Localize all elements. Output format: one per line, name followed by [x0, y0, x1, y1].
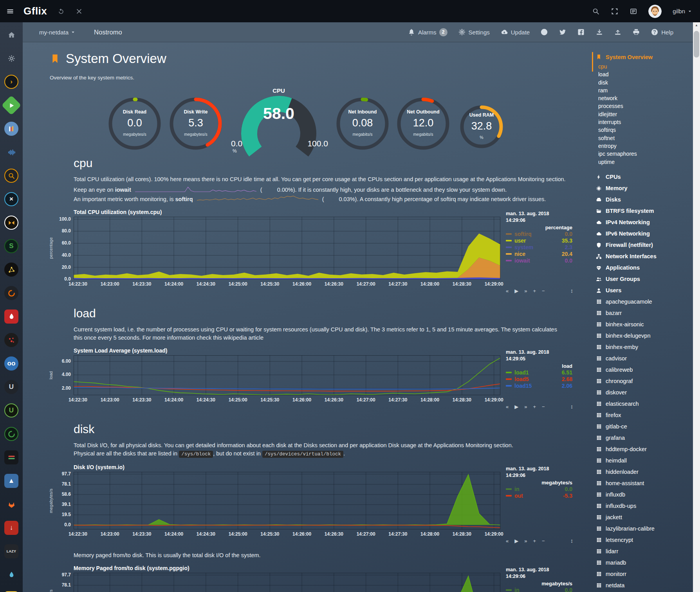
- gauge-net-outbound[interactable]: Net Outbound 12.0 megabits/s: [394, 94, 453, 153]
- dock-ubooquity[interactable]: U: [4, 403, 19, 418]
- chart-zoom-out-button[interactable]: −: [542, 404, 545, 409]
- menu-app-gitlab-ce[interactable]: gitlab-ce: [596, 421, 693, 432]
- menu-app-jackett[interactable]: jackett: [596, 512, 693, 523]
- menu-app-apacheguacamole[interactable]: apacheguacamole: [596, 296, 693, 308]
- legend-item-softirq[interactable]: softirq 0.0: [506, 230, 572, 237]
- settings-button[interactable]: Settings: [458, 28, 490, 36]
- menu-app-diskover[interactable]: diskover: [596, 387, 693, 398]
- dock-kitana[interactable]: ×: [4, 191, 19, 207]
- server-dropdown[interactable]: my-netdata: [39, 29, 75, 36]
- legend-item-load1[interactable]: load1 6.51: [506, 369, 572, 376]
- disk-io-chart[interactable]: Disk I/O (system.io) megabytes/s 97.778.…: [74, 464, 579, 540]
- menu-item-idlejitter[interactable]: idlejitter: [596, 110, 693, 118]
- chart-play-button[interactable]: ▶: [514, 538, 518, 543]
- chart-zoom-out-button[interactable]: −: [542, 288, 545, 293]
- search-icon[interactable]: [592, 7, 600, 15]
- scrollbar-thumb[interactable]: [694, 31, 699, 58]
- dock-lazylibrarian[interactable]: LAZY: [4, 543, 19, 559]
- menu-item-softnet[interactable]: softnet: [596, 134, 693, 142]
- menu-app-binhex-airsonic[interactable]: binhex-airsonic: [596, 319, 693, 330]
- gauge-cpu[interactable]: CPU 58.0 0.0 100.0 %: [228, 86, 330, 160]
- dock-organizr[interactable]: [4, 567, 19, 583]
- chart-backward-button[interactable]: «: [506, 404, 509, 409]
- page-scrollbar[interactable]: ▲: [693, 22, 700, 592]
- chart-zoom-out-button[interactable]: −: [542, 538, 545, 543]
- menu-section-user-groups[interactable]: User Groups: [596, 274, 693, 285]
- menu-item-uptime[interactable]: uptime: [596, 158, 693, 166]
- menu-section-cpus[interactable]: CPUs: [596, 171, 693, 183]
- load-chart[interactable]: System Load Average (system.load) load 2…: [74, 347, 579, 405]
- menu-item-ram[interactable]: ram: [596, 86, 693, 94]
- help-button[interactable]: Help: [651, 28, 673, 36]
- memory-paged-chart[interactable]: Memory Paged from/to disk (system.pgpgio…: [74, 565, 579, 592]
- menu-section-users[interactable]: Users: [596, 285, 693, 296]
- menu-section-ipv4-networking[interactable]: IPv4 Networking: [596, 217, 693, 228]
- update-button[interactable]: Update: [500, 28, 530, 36]
- menu-app-cadvisor[interactable]: cadvisor: [596, 353, 693, 364]
- dock-plex[interactable]: ›: [4, 74, 19, 90]
- scrollbar-up-arrow[interactable]: ▲: [693, 22, 700, 29]
- dock-sabnzbd[interactable]: sab: [4, 590, 19, 592]
- menu-app-home-assistant[interactable]: home-assistant: [596, 478, 693, 489]
- user-menu[interactable]: gilbn: [673, 8, 692, 14]
- import-icon[interactable]: [595, 28, 603, 36]
- refresh-icon[interactable]: [57, 7, 65, 15]
- menu-app-influxdb-ups[interactable]: influxdb-ups: [596, 500, 693, 512]
- chart-backward-button[interactable]: «: [506, 288, 509, 293]
- menu-item-softirqs[interactable]: softirqs: [596, 126, 693, 134]
- dock-app-s-green[interactable]: S: [4, 238, 19, 254]
- dock-monitorr[interactable]: [4, 450, 19, 465]
- dock-airsonic[interactable]: [4, 144, 19, 160]
- menu-app-hddtemp-docker[interactable]: hddtemp-docker: [596, 444, 693, 455]
- menu-app-monitorr[interactable]: monitorr: [596, 569, 693, 580]
- menu-app-hiddenloader[interactable]: hiddenloader: [596, 466, 693, 478]
- chart-resize-button[interactable]: ↕: [570, 538, 573, 543]
- legend-item-nice[interactable]: nice 20.4: [506, 250, 572, 257]
- legend-item-out[interactable]: out -5.3: [506, 492, 572, 499]
- menu-app-lazylibrarian-calibre[interactable]: lazylibrarian-calibre: [596, 523, 693, 534]
- dock-app-arrow-red[interactable]: ↓: [4, 520, 19, 536]
- menu-section-ipv6-networking[interactable]: IPv6 Networking: [596, 228, 693, 239]
- fullscreen-icon[interactable]: [611, 7, 619, 15]
- legend-item-load15[interactable]: load15 2.06: [506, 382, 572, 389]
- dock-app-pin-red[interactable]: [4, 309, 19, 324]
- menu-section-applications[interactable]: Applications: [596, 262, 693, 274]
- menu-app-elasticsearch[interactable]: elasticsearch: [596, 398, 693, 410]
- menu-app-binhex-delugevpn[interactable]: binhex-delugevpn: [596, 330, 693, 342]
- menu-app-lidarr[interactable]: lidarr: [596, 546, 693, 557]
- menu-section-network-interfaces[interactable]: Network Interfaces: [596, 251, 693, 262]
- chart-zoom-in-button[interactable]: +: [533, 404, 536, 409]
- menu-section-firewall-netfilter-[interactable]: Firewall (netfilter): [596, 239, 693, 251]
- dock-jackett[interactable]: [4, 168, 19, 184]
- menu-item-disk[interactable]: disk: [596, 79, 693, 86]
- print-icon[interactable]: [632, 28, 640, 36]
- dock-gitlab[interactable]: [4, 497, 19, 512]
- menu-app-mariadb[interactable]: mariadb: [596, 557, 693, 569]
- menu-item-entropy[interactable]: entropy: [596, 142, 693, 150]
- close-tab-icon[interactable]: [75, 7, 83, 15]
- menu-app-firefox[interactable]: firefox: [596, 410, 693, 421]
- menu-item-cpu[interactable]: cpu: [596, 63, 693, 70]
- dock-app-dots-red[interactable]: [4, 332, 19, 348]
- menu-app-netdata[interactable]: netdata: [596, 580, 693, 591]
- menu-section-disks[interactable]: Disks: [596, 194, 693, 205]
- avatar[interactable]: [648, 5, 662, 18]
- menu-item-network[interactable]: network: [596, 94, 693, 102]
- chart-forward-button[interactable]: »: [524, 404, 527, 409]
- legend-item-in[interactable]: in 0.0: [506, 486, 572, 492]
- chart-forward-button[interactable]: »: [524, 288, 527, 293]
- chart-backward-button[interactable]: «: [506, 538, 509, 543]
- menu-item-interrupts[interactable]: interrupts: [596, 118, 693, 126]
- chart-zoom-in-button[interactable]: +: [533, 538, 536, 543]
- menu-section-memory[interactable]: Memory: [596, 183, 693, 194]
- legend-item-iowait[interactable]: iowait 0.0: [506, 257, 572, 264]
- export-icon[interactable]: [614, 28, 622, 36]
- dock-home[interactable]: [4, 27, 19, 43]
- gauge-used-ram[interactable]: Used RAM 32.8 %: [452, 97, 511, 156]
- dock-diskover[interactable]: [4, 262, 19, 277]
- menu-item-ipc-semaphores[interactable]: ipc semaphores: [596, 150, 693, 158]
- legend-item-in[interactable]: in 0.0: [506, 587, 572, 592]
- dock-emby[interactable]: [4, 97, 19, 113]
- menu-section-btrfs-filesystem[interactable]: BTRFS filesystem: [596, 205, 693, 217]
- menu-item-load[interactable]: load: [596, 70, 693, 78]
